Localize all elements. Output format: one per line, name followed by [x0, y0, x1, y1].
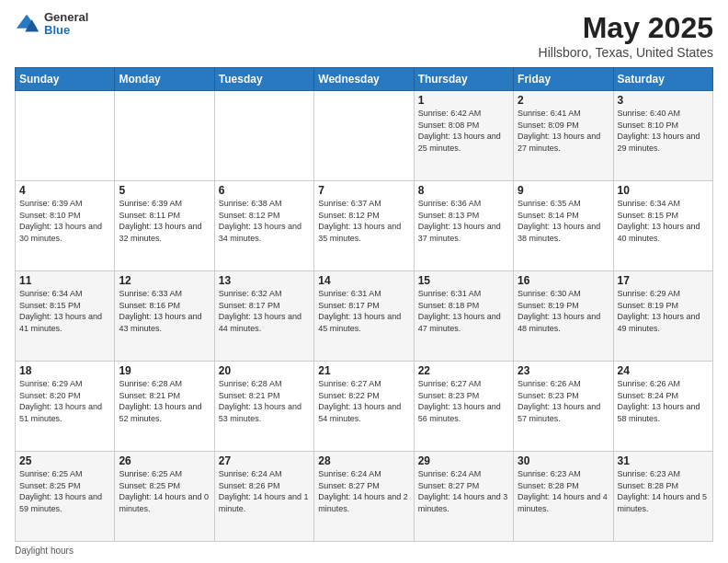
- logo-text: General Blue: [44, 11, 88, 38]
- day-info: Sunrise: 6:24 AM Sunset: 8:27 PM Dayligh…: [418, 468, 509, 514]
- day-info: Sunrise: 6:34 AM Sunset: 8:15 PM Dayligh…: [19, 288, 110, 334]
- day-cell: 13Sunrise: 6:32 AM Sunset: 8:17 PM Dayli…: [214, 271, 313, 362]
- day-cell: 29Sunrise: 6:24 AM Sunset: 8:27 PM Dayli…: [414, 452, 513, 542]
- day-number: 28: [318, 454, 409, 467]
- day-cell: 10Sunrise: 6:34 AM Sunset: 8:15 PM Dayli…: [613, 181, 712, 271]
- day-number: 10: [618, 184, 709, 197]
- day-cell: [16, 91, 115, 181]
- weekday-header-thursday: Thursday: [414, 68, 513, 91]
- day-cell: 19Sunrise: 6:28 AM Sunset: 8:21 PM Dayli…: [115, 362, 214, 452]
- day-number: 23: [518, 364, 609, 377]
- logo-icon: [15, 11, 40, 37]
- day-info: Sunrise: 6:27 AM Sunset: 8:23 PM Dayligh…: [418, 378, 509, 424]
- day-info: Sunrise: 6:25 AM Sunset: 8:25 PM Dayligh…: [19, 468, 110, 514]
- day-number: 25: [19, 454, 110, 467]
- weekday-header-saturday: Saturday: [613, 68, 712, 91]
- weekday-header-sunday: Sunday: [16, 68, 115, 91]
- day-cell: 23Sunrise: 6:26 AM Sunset: 8:23 PM Dayli…: [514, 362, 613, 452]
- day-info: Sunrise: 6:34 AM Sunset: 8:15 PM Dayligh…: [618, 198, 709, 244]
- page: General Blue May 2025 Hillsboro, Texas, …: [0, 0, 728, 563]
- day-number: 16: [518, 274, 609, 287]
- day-cell: 26Sunrise: 6:25 AM Sunset: 8:25 PM Dayli…: [115, 452, 214, 542]
- logo: General Blue: [15, 11, 88, 38]
- day-info: Sunrise: 6:26 AM Sunset: 8:24 PM Dayligh…: [618, 378, 709, 424]
- calendar-table: SundayMondayTuesdayWednesdayThursdayFrid…: [15, 67, 713, 542]
- day-cell: 14Sunrise: 6:31 AM Sunset: 8:17 PM Dayli…: [314, 271, 414, 362]
- day-info: Sunrise: 6:27 AM Sunset: 8:22 PM Dayligh…: [318, 378, 409, 424]
- day-info: Sunrise: 6:37 AM Sunset: 8:12 PM Dayligh…: [318, 198, 409, 244]
- weekday-header-row: SundayMondayTuesdayWednesdayThursdayFrid…: [16, 68, 713, 91]
- day-number: 30: [518, 454, 609, 467]
- day-cell: 17Sunrise: 6:29 AM Sunset: 8:19 PM Dayli…: [613, 271, 712, 362]
- day-number: 31: [618, 454, 709, 467]
- day-cell: 11Sunrise: 6:34 AM Sunset: 8:15 PM Dayli…: [16, 271, 115, 362]
- day-info: Sunrise: 6:42 AM Sunset: 8:08 PM Dayligh…: [418, 108, 509, 154]
- day-info: Sunrise: 6:32 AM Sunset: 8:17 PM Dayligh…: [219, 288, 310, 334]
- day-info: Sunrise: 6:24 AM Sunset: 8:26 PM Dayligh…: [219, 468, 310, 514]
- day-cell: 12Sunrise: 6:33 AM Sunset: 8:16 PM Dayli…: [115, 271, 214, 362]
- day-info: Sunrise: 6:39 AM Sunset: 8:10 PM Dayligh…: [19, 198, 110, 244]
- day-number: 27: [219, 454, 310, 467]
- day-number: 24: [618, 364, 709, 377]
- day-cell: 2Sunrise: 6:41 AM Sunset: 8:09 PM Daylig…: [514, 91, 613, 181]
- day-cell: 28Sunrise: 6:24 AM Sunset: 8:27 PM Dayli…: [314, 452, 414, 542]
- day-cell: [115, 91, 214, 181]
- day-number: 2: [518, 94, 609, 107]
- day-cell: 16Sunrise: 6:30 AM Sunset: 8:19 PM Dayli…: [514, 271, 613, 362]
- day-info: Sunrise: 6:29 AM Sunset: 8:20 PM Dayligh…: [19, 378, 110, 424]
- day-cell: 24Sunrise: 6:26 AM Sunset: 8:24 PM Dayli…: [613, 362, 712, 452]
- day-info: Sunrise: 6:23 AM Sunset: 8:28 PM Dayligh…: [518, 468, 609, 514]
- week-row-4: 18Sunrise: 6:29 AM Sunset: 8:20 PM Dayli…: [16, 362, 713, 452]
- day-number: 9: [518, 184, 609, 197]
- day-info: Sunrise: 6:35 AM Sunset: 8:14 PM Dayligh…: [518, 198, 609, 244]
- weekday-header-monday: Monday: [115, 68, 214, 91]
- day-number: 11: [19, 274, 110, 287]
- day-info: Sunrise: 6:23 AM Sunset: 8:28 PM Dayligh…: [618, 468, 709, 514]
- week-row-5: 25Sunrise: 6:25 AM Sunset: 8:25 PM Dayli…: [16, 452, 713, 542]
- day-cell: 20Sunrise: 6:28 AM Sunset: 8:21 PM Dayli…: [214, 362, 313, 452]
- day-cell: 22Sunrise: 6:27 AM Sunset: 8:23 PM Dayli…: [414, 362, 513, 452]
- day-number: 12: [119, 274, 210, 287]
- day-cell: [314, 91, 414, 181]
- day-info: Sunrise: 6:31 AM Sunset: 8:18 PM Dayligh…: [418, 288, 509, 334]
- day-number: 13: [219, 274, 310, 287]
- weekday-header-wednesday: Wednesday: [314, 68, 414, 91]
- day-info: Sunrise: 6:25 AM Sunset: 8:25 PM Dayligh…: [119, 468, 210, 514]
- day-number: 14: [318, 274, 409, 287]
- day-cell: 4Sunrise: 6:39 AM Sunset: 8:10 PM Daylig…: [16, 181, 115, 271]
- subtitle: Hillsboro, Texas, United States: [539, 45, 713, 60]
- day-cell: 1Sunrise: 6:42 AM Sunset: 8:08 PM Daylig…: [414, 91, 513, 181]
- day-number: 22: [418, 364, 509, 377]
- day-number: 4: [19, 184, 110, 197]
- day-number: 21: [318, 364, 409, 377]
- day-info: Sunrise: 6:30 AM Sunset: 8:19 PM Dayligh…: [518, 288, 609, 334]
- day-cell: 9Sunrise: 6:35 AM Sunset: 8:14 PM Daylig…: [514, 181, 613, 271]
- day-cell: 31Sunrise: 6:23 AM Sunset: 8:28 PM Dayli…: [613, 452, 712, 542]
- daylight-label: Daylight hours: [15, 546, 74, 556]
- title-block: May 2025 Hillsboro, Texas, United States: [539, 11, 713, 60]
- logo-general: General: [44, 11, 88, 24]
- day-info: Sunrise: 6:29 AM Sunset: 8:19 PM Dayligh…: [618, 288, 709, 334]
- day-info: Sunrise: 6:38 AM Sunset: 8:12 PM Dayligh…: [219, 198, 310, 244]
- footer: Daylight hours: [15, 546, 713, 556]
- weekday-header-friday: Friday: [514, 68, 613, 91]
- day-cell: 5Sunrise: 6:39 AM Sunset: 8:11 PM Daylig…: [115, 181, 214, 271]
- day-info: Sunrise: 6:28 AM Sunset: 8:21 PM Dayligh…: [219, 378, 310, 424]
- day-cell: 30Sunrise: 6:23 AM Sunset: 8:28 PM Dayli…: [514, 452, 613, 542]
- day-info: Sunrise: 6:40 AM Sunset: 8:10 PM Dayligh…: [618, 108, 709, 154]
- day-cell: 7Sunrise: 6:37 AM Sunset: 8:12 PM Daylig…: [314, 181, 414, 271]
- day-number: 8: [418, 184, 509, 197]
- day-cell: 6Sunrise: 6:38 AM Sunset: 8:12 PM Daylig…: [214, 181, 313, 271]
- logo-blue: Blue: [44, 24, 88, 37]
- day-info: Sunrise: 6:36 AM Sunset: 8:13 PM Dayligh…: [418, 198, 509, 244]
- week-row-3: 11Sunrise: 6:34 AM Sunset: 8:15 PM Dayli…: [16, 271, 713, 362]
- day-number: 19: [119, 364, 210, 377]
- day-cell: 21Sunrise: 6:27 AM Sunset: 8:22 PM Dayli…: [314, 362, 414, 452]
- week-row-2: 4Sunrise: 6:39 AM Sunset: 8:10 PM Daylig…: [16, 181, 713, 271]
- day-number: 29: [418, 454, 509, 467]
- day-cell: 3Sunrise: 6:40 AM Sunset: 8:10 PM Daylig…: [613, 91, 712, 181]
- day-cell: 27Sunrise: 6:24 AM Sunset: 8:26 PM Dayli…: [214, 452, 313, 542]
- day-info: Sunrise: 6:31 AM Sunset: 8:17 PM Dayligh…: [318, 288, 409, 334]
- day-number: 5: [119, 184, 210, 197]
- day-number: 7: [318, 184, 409, 197]
